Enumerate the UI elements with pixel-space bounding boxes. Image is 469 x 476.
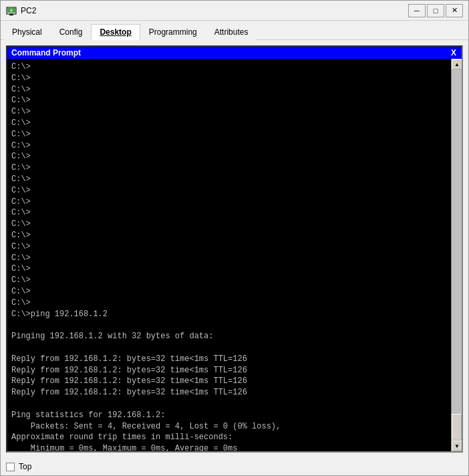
cmd-output[interactable]: C:\> C:\> C:\> C:\> C:\> C:\> C:\> C:\> … — [7, 59, 451, 451]
tab-config[interactable]: Config — [51, 24, 92, 40]
svg-point-2 — [10, 9, 13, 11]
tab-programming[interactable]: Programming — [140, 24, 206, 40]
main-window: PC2 ─ □ ✕ Physical Config Desktop Progra… — [0, 0, 469, 476]
title-bar: PC2 ─ □ ✕ — [1, 1, 468, 21]
cmd-title-text: Command Prompt — [11, 48, 81, 57]
window-title: PC2 — [21, 6, 408, 15]
scrollbar-track[interactable] — [452, 70, 462, 441]
tab-physical[interactable]: Physical — [3, 24, 51, 40]
maximize-button[interactable]: □ — [427, 4, 444, 17]
app-icon — [6, 5, 17, 16]
top-checkbox[interactable] — [6, 463, 15, 471]
top-label: Top — [19, 462, 31, 471]
tab-attributes[interactable]: Attributes — [206, 24, 257, 40]
scrollbar-thumb[interactable] — [452, 414, 462, 441]
main-content: Command Prompt X C:\> C:\> C:\> C:\> C:\… — [1, 40, 468, 458]
scrollbar-down-button[interactable]: ▼ — [452, 441, 462, 451]
tab-bar: Physical Config Desktop Programming Attr… — [1, 21, 468, 40]
cmd-window: Command Prompt X C:\> C:\> C:\> C:\> C:\… — [6, 45, 463, 453]
cmd-title-bar: Command Prompt X — [7, 47, 462, 59]
minimize-button[interactable]: ─ — [408, 4, 426, 17]
footer: Top — [1, 458, 468, 475]
window-controls: ─ □ ✕ — [408, 4, 463, 17]
tab-desktop[interactable]: Desktop — [91, 24, 140, 40]
cmd-close-button[interactable]: X — [450, 48, 458, 57]
cmd-scrollbar: ▲ ▼ — [451, 59, 462, 451]
close-button[interactable]: ✕ — [446, 4, 463, 17]
cmd-body-wrapper: C:\> C:\> C:\> C:\> C:\> C:\> C:\> C:\> … — [7, 59, 462, 451]
scrollbar-up-button[interactable]: ▲ — [452, 59, 462, 70]
